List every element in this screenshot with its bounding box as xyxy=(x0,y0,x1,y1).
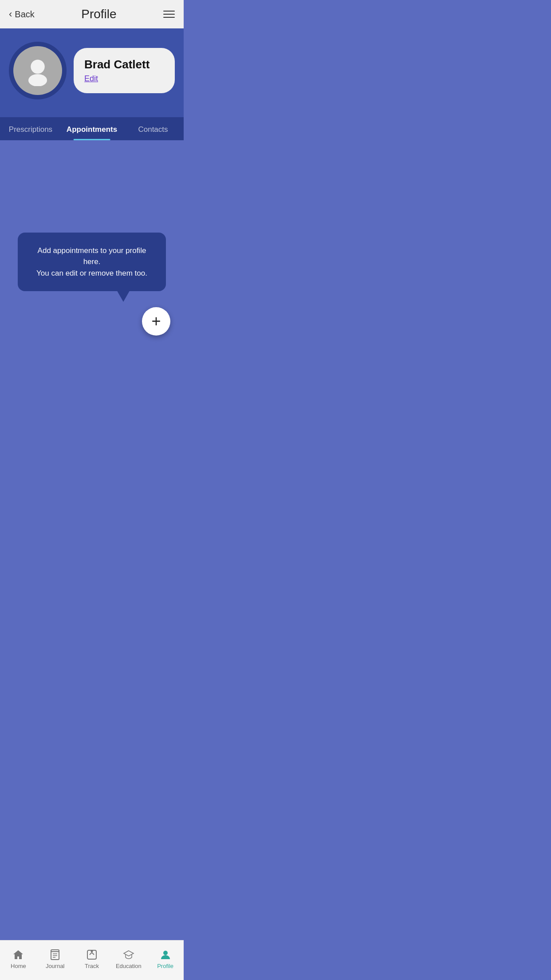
edit-profile-link[interactable]: Edit xyxy=(84,74,164,83)
appointments-tooltip: Add appointments to your profile here. Y… xyxy=(18,233,166,292)
tab-prescriptions[interactable]: Prescriptions xyxy=(0,117,61,140)
back-chevron-icon: ‹ xyxy=(9,8,12,20)
back-label: Back xyxy=(15,9,34,20)
hamburger-line xyxy=(163,14,175,15)
avatar xyxy=(13,46,62,95)
page-title: Profile xyxy=(81,7,116,21)
header: ‹ Back Profile xyxy=(0,0,184,28)
tab-appointments[interactable]: Appointments xyxy=(61,117,122,140)
tooltip-line1: Add appointments to your profile here. xyxy=(31,245,153,268)
avatar-container xyxy=(9,42,67,99)
plus-icon: + xyxy=(151,312,161,331)
profile-info-card: Brad Catlett Edit xyxy=(74,48,175,93)
tab-contacts[interactable]: Contacts xyxy=(122,117,184,140)
hamburger-line xyxy=(163,11,175,12)
tabs-bar: Prescriptions Appointments Contacts xyxy=(0,117,184,140)
back-button[interactable]: ‹ Back xyxy=(9,8,35,20)
appointments-content: Add appointments to your profile here. Y… xyxy=(0,140,184,362)
profile-name: Brad Catlett xyxy=(84,58,164,71)
svg-point-0 xyxy=(31,60,45,74)
hamburger-line xyxy=(163,17,175,18)
add-appointment-button[interactable]: + xyxy=(142,307,170,336)
profile-hero: Brad Catlett Edit xyxy=(0,28,184,117)
svg-point-1 xyxy=(28,74,47,86)
user-avatar-icon xyxy=(22,55,53,86)
menu-button[interactable] xyxy=(163,11,175,18)
tooltip-line2: You can edit or remove them too. xyxy=(31,268,153,279)
